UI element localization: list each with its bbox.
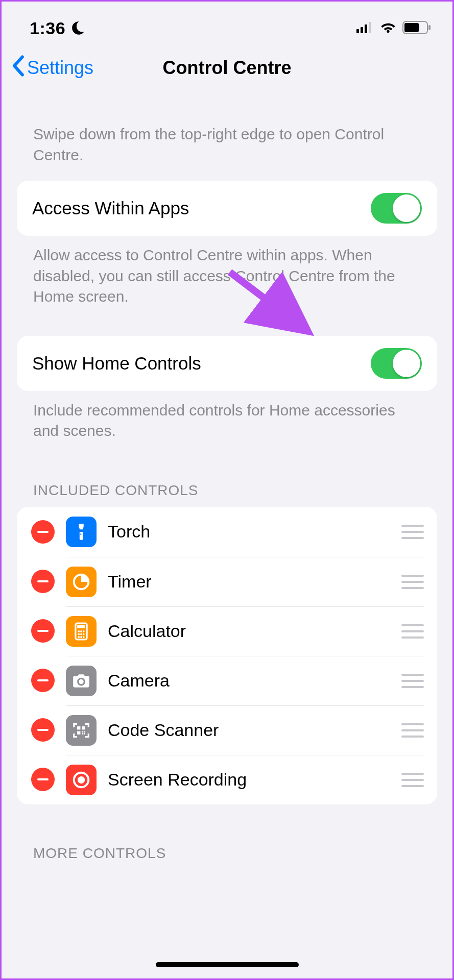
timer-icon: [66, 567, 97, 597]
show-home-controls-toggle[interactable]: [371, 348, 422, 379]
show-home-controls-label: Show Home Controls: [32, 353, 201, 374]
row-content: Code Scanner: [66, 705, 424, 755]
nav-bar: Settings Control Centre: [2, 45, 452, 91]
back-button[interactable]: Settings: [11, 55, 93, 81]
included-controls-list: TorchTimerCalculatorCameraCode ScannerSc…: [17, 507, 437, 804]
svg-rect-22: [82, 731, 84, 732]
access-within-apps-toggle[interactable]: [371, 193, 422, 224]
included-control-row: Timer: [17, 557, 437, 606]
qr-icon: [66, 715, 97, 746]
row-content: Camera: [66, 656, 424, 705]
intro-text: Swipe down from the top-right edge to op…: [17, 91, 437, 181]
svg-rect-9: [77, 625, 85, 628]
remove-button[interactable]: [31, 669, 55, 692]
page-title: Control Centre: [163, 57, 292, 79]
included-control-row: Calculator: [17, 606, 437, 656]
row-content: Screen Recording: [66, 755, 424, 804]
home-indicator: [156, 962, 299, 967]
svg-rect-0: [356, 29, 359, 33]
torch-icon: [66, 517, 97, 547]
drag-handle-icon[interactable]: [401, 773, 424, 787]
show-home-controls-group: Show Home Controls: [17, 336, 437, 391]
remove-button[interactable]: [31, 520, 55, 544]
svg-rect-3: [369, 22, 371, 33]
svg-point-11: [80, 630, 82, 632]
status-bar: 1:36: [2, 2, 452, 45]
drag-handle-icon[interactable]: [401, 723, 424, 738]
svg-point-18: [83, 636, 85, 638]
drag-handle-icon[interactable]: [401, 624, 424, 639]
included-controls-header: INCLUDED CONTROLS: [17, 442, 437, 507]
status-left: 1:36: [30, 18, 86, 38]
control-label: Calculator: [108, 621, 390, 641]
remove-button[interactable]: [31, 619, 55, 643]
svg-point-16: [78, 636, 80, 638]
svg-point-13: [78, 633, 80, 635]
access-within-apps-label: Access Within Apps: [32, 198, 189, 218]
camera-icon: [66, 666, 97, 696]
svg-point-27: [78, 776, 85, 783]
included-control-row: Screen Recording: [17, 755, 437, 804]
svg-rect-5: [404, 23, 419, 32]
battery-icon: [402, 20, 431, 37]
access-within-apps-cell[interactable]: Access Within Apps: [17, 181, 437, 236]
show-home-controls-footer: Include recommended controls for Home ac…: [17, 391, 437, 442]
content: Swipe down from the top-right edge to op…: [2, 91, 452, 870]
calculator-icon: [66, 616, 97, 647]
remove-button[interactable]: [31, 768, 55, 791]
cellular-icon: [356, 20, 374, 37]
show-home-controls-cell[interactable]: Show Home Controls: [17, 336, 437, 391]
drag-handle-icon[interactable]: [401, 575, 424, 589]
svg-rect-21: [77, 731, 80, 734]
svg-rect-24: [82, 733, 84, 734]
wifi-icon: [380, 20, 396, 37]
drag-handle-icon[interactable]: [401, 674, 424, 688]
more-controls-header: MORE CONTROLS: [17, 804, 437, 870]
record-icon: [66, 765, 97, 795]
do-not-disturb-icon: [70, 20, 86, 37]
svg-rect-2: [365, 24, 367, 33]
svg-rect-1: [361, 27, 363, 33]
svg-rect-20: [82, 726, 85, 729]
svg-point-10: [78, 630, 80, 632]
chevron-left-icon: [11, 55, 25, 81]
svg-point-15: [83, 633, 85, 635]
status-time: 1:36: [30, 18, 65, 38]
control-label: Torch: [108, 522, 390, 542]
remove-button[interactable]: [31, 718, 55, 742]
row-content: Calculator: [66, 606, 424, 656]
access-within-apps-group: Access Within Apps: [17, 181, 437, 236]
row-content: Torch: [66, 516, 424, 548]
svg-point-14: [80, 633, 82, 635]
svg-point-12: [83, 630, 85, 632]
included-control-row: Torch: [17, 507, 437, 557]
drag-handle-icon[interactable]: [401, 525, 424, 539]
back-label: Settings: [27, 57, 93, 79]
svg-rect-25: [84, 731, 85, 732]
svg-rect-19: [77, 726, 80, 729]
remove-button[interactable]: [31, 570, 55, 593]
control-label: Timer: [108, 572, 390, 592]
svg-point-17: [80, 636, 82, 638]
included-control-row: Code Scanner: [17, 705, 437, 755]
control-label: Code Scanner: [108, 720, 390, 740]
access-within-apps-footer: Allow access to Control Centre within ap…: [17, 236, 437, 307]
svg-rect-6: [428, 25, 431, 30]
row-content: Timer: [66, 557, 424, 606]
status-right: [356, 20, 431, 37]
included-control-row: Camera: [17, 656, 437, 705]
control-label: Camera: [108, 671, 390, 691]
control-label: Screen Recording: [108, 770, 390, 790]
svg-rect-23: [84, 733, 85, 734]
